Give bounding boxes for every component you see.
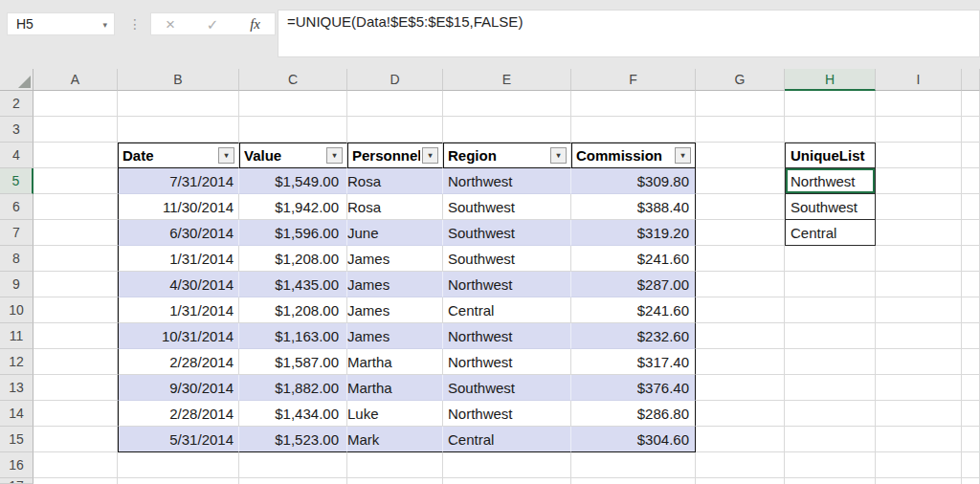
- table-header-cell-F4[interactable]: Commission▾: [571, 143, 696, 168]
- cell-D14[interactable]: Luke: [347, 401, 443, 427]
- cell-H15[interactable]: [785, 427, 876, 452]
- cell-B5[interactable]: 7/31/2014: [118, 168, 239, 194]
- cell-A7[interactable]: [33, 220, 118, 246]
- cell-E6[interactable]: Southwest: [443, 194, 571, 220]
- name-box-dropdown-icon[interactable]: ▾: [102, 20, 107, 30]
- cell-E13[interactable]: Southwest: [443, 375, 571, 401]
- cell-E5[interactable]: Northwest: [443, 168, 571, 194]
- cell-B15[interactable]: 5/31/2014: [118, 427, 239, 452]
- cancel-icon[interactable]: ×: [166, 16, 175, 33]
- row-header-16[interactable]: 16: [0, 452, 33, 478]
- cell-B6[interactable]: 11/30/2014: [118, 194, 239, 220]
- cell-I3[interactable]: [876, 117, 962, 143]
- cell-B10[interactable]: 1/31/2014: [118, 297, 239, 323]
- cell-B14[interactable]: 2/28/2014: [118, 401, 239, 427]
- cell-D10[interactable]: James: [347, 297, 443, 323]
- cell-A10[interactable]: [33, 297, 118, 323]
- row-header-8[interactable]: 8: [0, 246, 33, 272]
- cell-C7[interactable]: $1,596.00: [239, 220, 347, 246]
- cell-B12[interactable]: 2/28/2014: [118, 349, 239, 375]
- cell-A12[interactable]: [33, 349, 118, 375]
- cell-B7[interactable]: 6/30/2014: [118, 220, 239, 246]
- cell-H12[interactable]: [785, 349, 876, 375]
- select-all-button[interactable]: [0, 69, 33, 91]
- cell-D9[interactable]: James: [347, 272, 443, 297]
- column-header-B[interactable]: B: [118, 69, 239, 91]
- cell-H11[interactable]: [785, 323, 876, 349]
- cell-H6[interactable]: Southwest: [785, 194, 876, 220]
- cell-F12[interactable]: $317.40: [571, 349, 696, 375]
- cell-F5[interactable]: $309.80: [571, 168, 696, 194]
- cell-D12[interactable]: Martha: [347, 349, 443, 375]
- cell-A15[interactable]: [33, 427, 118, 452]
- cell-D17[interactable]: [347, 478, 443, 484]
- column-header-C[interactable]: C: [239, 69, 347, 91]
- cell-E17[interactable]: [443, 478, 571, 484]
- cell-C13[interactable]: $1,882.00: [239, 375, 347, 401]
- formula-bar[interactable]: =UNIQUE(Data!$E$5:$E$15,FALSE): [278, 10, 980, 57]
- cell-E14[interactable]: Northwest: [443, 401, 571, 427]
- cell-A8[interactable]: [33, 246, 118, 272]
- cell-I8[interactable]: [876, 246, 962, 272]
- column-header-I[interactable]: I: [876, 69, 962, 91]
- column-header-G[interactable]: G: [696, 69, 785, 91]
- cell-C12[interactable]: $1,587.00: [239, 349, 347, 375]
- cell-G5[interactable]: [696, 168, 785, 194]
- cell-H16[interactable]: [785, 452, 876, 478]
- cell-B16[interactable]: [118, 452, 239, 478]
- cell-E11[interactable]: Northwest: [443, 323, 571, 349]
- cell-C15[interactable]: $1,523.00: [239, 427, 347, 452]
- cell-I13[interactable]: [876, 375, 962, 401]
- cell-I14[interactable]: [876, 401, 962, 427]
- row-header-10[interactable]: 10: [0, 297, 33, 323]
- table-header-cell-B4[interactable]: Date▾: [118, 143, 239, 168]
- cell-G15[interactable]: [696, 427, 785, 452]
- cell-C6[interactable]: $1,942.00: [239, 194, 347, 220]
- row-header-2[interactable]: 2: [0, 91, 33, 117]
- cell-F11[interactable]: $232.60: [571, 323, 696, 349]
- cell-G14[interactable]: [696, 401, 785, 427]
- cell-A3[interactable]: [33, 117, 118, 143]
- column-header-H[interactable]: H: [785, 69, 876, 91]
- cell-D5[interactable]: Rosa: [347, 168, 443, 194]
- cell-B13[interactable]: 9/30/2014: [118, 375, 239, 401]
- cell-I9[interactable]: [876, 272, 962, 297]
- cell-F13[interactable]: $376.40: [571, 375, 696, 401]
- row-header-9[interactable]: 9: [0, 272, 33, 297]
- row-header-5[interactable]: 5: [0, 168, 33, 194]
- row-header-3[interactable]: 3: [0, 117, 33, 143]
- cell-A6[interactable]: [33, 194, 118, 220]
- filter-button-personnel[interactable]: ▾: [422, 147, 438, 164]
- cell-F16[interactable]: [571, 452, 696, 478]
- cell-A14[interactable]: [33, 401, 118, 427]
- cell-F7[interactable]: $319.20: [571, 220, 696, 246]
- cell-A17[interactable]: [33, 478, 118, 484]
- cell-D15[interactable]: Mark: [347, 427, 443, 452]
- cell-C9[interactable]: $1,435.00: [239, 272, 347, 297]
- column-header-D[interactable]: D: [347, 69, 443, 91]
- column-header-E[interactable]: E: [443, 69, 571, 91]
- cell-A2[interactable]: [33, 91, 118, 117]
- cell-F9[interactable]: $287.00: [571, 272, 696, 297]
- cell-A13[interactable]: [33, 375, 118, 401]
- cell-C5[interactable]: $1,549.00: [239, 168, 347, 194]
- table-header-cell-E4[interactable]: Region▾: [443, 143, 571, 168]
- cell-D6[interactable]: Rosa: [347, 194, 443, 220]
- cell-D16[interactable]: [347, 452, 443, 478]
- filter-button-commission[interactable]: ▾: [675, 147, 691, 164]
- cell-G13[interactable]: [696, 375, 785, 401]
- cell-A16[interactable]: [33, 452, 118, 478]
- cell-G16[interactable]: [696, 452, 785, 478]
- cell-I10[interactable]: [876, 297, 962, 323]
- cell-D13[interactable]: Martha: [347, 375, 443, 401]
- cell-I4[interactable]: [876, 143, 962, 168]
- cell-E9[interactable]: Northwest: [443, 272, 571, 297]
- cell-F8[interactable]: $241.60: [571, 246, 696, 272]
- cell-B17[interactable]: [118, 478, 239, 484]
- row-header-4[interactable]: 4: [0, 143, 33, 168]
- enter-icon[interactable]: ✓: [207, 17, 219, 32]
- cell-B11[interactable]: 10/31/2014: [118, 323, 239, 349]
- cell-F2[interactable]: [571, 91, 696, 117]
- row-header-11[interactable]: 11: [0, 323, 33, 349]
- cell-I16[interactable]: [876, 452, 962, 478]
